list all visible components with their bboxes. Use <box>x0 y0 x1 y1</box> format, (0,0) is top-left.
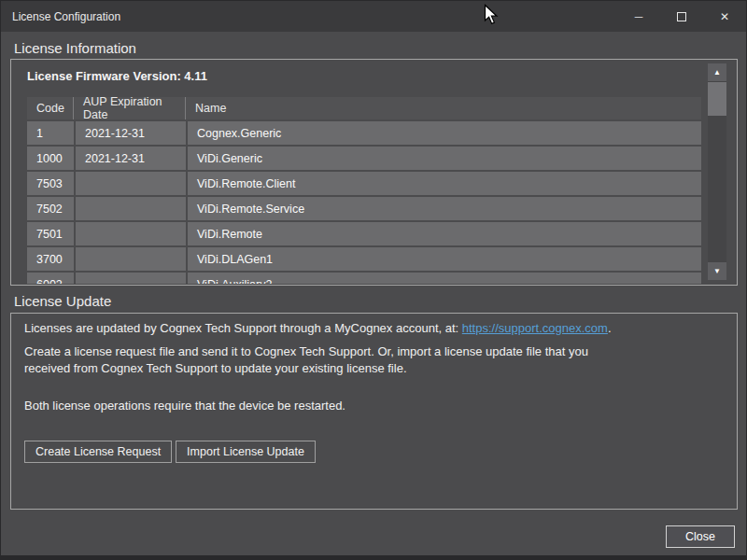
minimize-icon: ─ <box>635 10 643 23</box>
cell-code: 6002 <box>27 273 74 284</box>
update-intro-suffix: . <box>608 321 612 335</box>
cell-aup-expiration-date <box>76 273 186 284</box>
cell-code: 7503 <box>27 172 74 195</box>
license-configuration-dialog: License Configuration ─ ✕ License Inform… <box>0 0 747 560</box>
close-button[interactable]: Close <box>666 525 735 548</box>
license-table: Code AUP Expiration Date Name 1 2021-12-… <box>27 97 701 284</box>
table-row[interactable]: 1000 2021-12-31 ViDi.Generic <box>27 147 701 170</box>
license-update-group: Licenses are updated by Cognex Tech Supp… <box>10 313 738 510</box>
license-information-group: License Firmware Version: 4.11 Code AUP … <box>10 59 738 286</box>
restart-notice-text: Both license operations require that the… <box>24 398 345 414</box>
cell-aup-expiration-date <box>76 247 186 271</box>
table-row[interactable]: 3700 ViDi.DLAGen1 <box>27 247 701 271</box>
cell-code: 3700 <box>27 247 74 271</box>
column-header-name[interactable]: Name <box>186 97 701 119</box>
update-instructions-text: Create a license request file and send i… <box>24 343 588 377</box>
titlebar[interactable]: License Configuration ─ ✕ <box>1 1 746 32</box>
update-intro-prefix: Licenses are updated by Cognex Tech Supp… <box>24 321 462 335</box>
scroll-down-button[interactable]: ▼ <box>708 262 726 280</box>
cell-name: ViDi.Auxiliary2 <box>188 273 701 284</box>
license-update-heading: License Update <box>14 293 111 309</box>
update-intro-text: Licenses are updated by Cognex Tech Supp… <box>24 320 612 337</box>
cell-code: 1000 <box>27 147 74 170</box>
license-update-buttons: Create License Request Import License Up… <box>24 441 316 463</box>
close-icon: ✕ <box>720 10 729 23</box>
cell-name: ViDi.Remote <box>188 222 701 245</box>
cell-code: 7502 <box>27 197 74 220</box>
table-row[interactable]: 6002 ViDi.Auxiliary2 <box>27 273 701 284</box>
window-title: License Configuration <box>1 10 120 23</box>
minimize-button[interactable]: ─ <box>617 1 660 32</box>
cell-aup-expiration-date: 2021-12-31 <box>76 147 186 170</box>
cell-name: ViDi.Generic <box>188 147 701 170</box>
table-row[interactable]: 7502 ViDi.Remote.Service <box>27 197 701 220</box>
maximize-icon <box>677 12 686 21</box>
maximize-button[interactable] <box>660 1 703 32</box>
license-table-header: Code AUP Expiration Date Name <box>27 97 701 119</box>
column-header-aup-expiration-date[interactable]: AUP Expiration Date <box>74 97 186 119</box>
create-license-request-button[interactable]: Create License Request <box>24 441 172 463</box>
table-row[interactable]: 1 2021-12-31 Cognex.Generic <box>27 121 701 145</box>
cell-code: 7501 <box>27 222 74 245</box>
cell-code: 1 <box>27 121 74 145</box>
cell-aup-expiration-date <box>76 222 186 245</box>
vertical-scrollbar[interactable]: ▲ ▼ <box>708 63 726 280</box>
cell-aup-expiration-date: 2021-12-31 <box>76 121 186 145</box>
cell-aup-expiration-date <box>76 172 186 195</box>
window-controls: ─ ✕ <box>617 1 746 32</box>
cell-name: ViDi.Remote.Client <box>188 172 701 195</box>
table-row[interactable]: 7503 ViDi.Remote.Client <box>27 172 701 195</box>
license-information-heading: License Information <box>14 40 136 56</box>
scroll-up-icon: ▲ <box>713 68 721 77</box>
firmware-version-label: License Firmware Version: 4.11 <box>27 69 207 83</box>
table-row[interactable]: 7501 ViDi.Remote <box>27 222 701 245</box>
cell-aup-expiration-date <box>76 197 186 220</box>
scroll-down-icon: ▼ <box>713 267 721 275</box>
cell-name: ViDi.Remote.Service <box>188 197 701 220</box>
cell-name: Cognex.Generic <box>188 121 701 145</box>
import-license-update-button[interactable]: Import License Update <box>176 441 316 463</box>
scrollbar-thumb[interactable] <box>708 82 726 116</box>
close-window-button[interactable]: ✕ <box>703 1 746 32</box>
cell-name: ViDi.DLAGen1 <box>188 247 701 271</box>
support-cognex-link[interactable]: https://support.cognex.com <box>462 321 608 335</box>
column-header-code[interactable]: Code <box>27 97 74 119</box>
scroll-up-button[interactable]: ▲ <box>708 63 726 81</box>
